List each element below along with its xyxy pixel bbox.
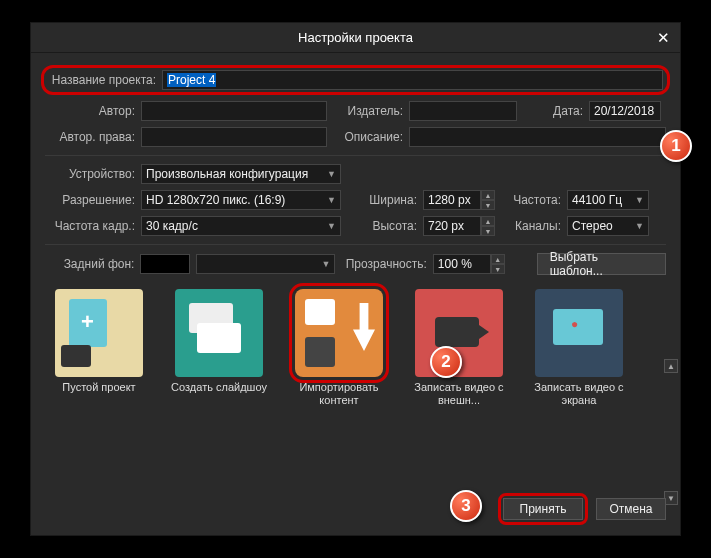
close-icon[interactable]: ✕ (654, 29, 672, 47)
resolution-label: Разрешение: (45, 193, 135, 207)
annotation-badge-1: 1 (660, 130, 692, 162)
titlebar: Настройки проекта ✕ (31, 23, 680, 53)
accept-button-highlight: Принять (498, 493, 588, 525)
channels-label: Каналы: (501, 219, 561, 233)
channels-select[interactable]: Стерео▼ (567, 216, 649, 236)
annotation-badge-2: 2 (430, 346, 462, 378)
project-name-row: Название проекта: Project 4 (41, 65, 670, 95)
empty-project-icon (55, 289, 143, 377)
author-input[interactable] (141, 101, 327, 121)
chevron-down-icon: ▼ (321, 259, 330, 269)
framerate-label: Частота кадр.: (45, 219, 135, 233)
chevron-down-icon: ▼ (327, 169, 336, 179)
width-spinner[interactable]: 1280 px▲▼ (423, 190, 495, 210)
frequency-label: Частота: (501, 193, 561, 207)
spin-down-icon[interactable]: ▼ (481, 200, 495, 210)
chevron-down-icon: ▼ (635, 221, 644, 231)
template-record-screen[interactable]: Записать видео с экрана (525, 289, 633, 407)
template-empty-project[interactable]: Пустой проект (45, 289, 153, 407)
templates-scrollbar: ▲ ▼ (664, 359, 678, 558)
slideshow-icon (175, 289, 263, 377)
chevron-down-icon: ▼ (635, 195, 644, 205)
dialog-title: Настройки проекта (298, 30, 413, 45)
annotation-badge-3: 3 (450, 490, 482, 522)
scroll-down-icon[interactable]: ▼ (664, 491, 678, 505)
chevron-down-icon: ▼ (327, 195, 336, 205)
import-content-icon (295, 289, 383, 377)
frequency-select[interactable]: 44100 Гц▼ (567, 190, 649, 210)
project-name-label: Название проекта: (48, 73, 156, 87)
framerate-select[interactable]: 30 кадр/с▼ (141, 216, 341, 236)
project-name-input[interactable]: Project 4 (162, 70, 663, 90)
scroll-up-icon[interactable]: ▲ (664, 359, 678, 373)
spin-down-icon[interactable]: ▼ (491, 264, 505, 274)
author-label: Автор: (45, 104, 135, 118)
opacity-label: Прозрачность: (341, 257, 426, 271)
background-color-swatch[interactable] (140, 254, 190, 274)
device-label: Устройство: (45, 167, 135, 181)
spin-up-icon[interactable]: ▲ (491, 254, 505, 264)
background-select[interactable]: ▼ (196, 254, 335, 274)
spin-up-icon[interactable]: ▲ (481, 216, 495, 226)
device-select[interactable]: Произвольная конфигурация▼ (141, 164, 341, 184)
resolution-select[interactable]: HD 1280x720 пикс. (16:9)▼ (141, 190, 341, 210)
height-spinner[interactable]: 720 px▲▼ (423, 216, 495, 236)
cancel-button[interactable]: Отмена (596, 498, 666, 520)
project-settings-dialog: Настройки проекта ✕ Название проекта: Pr… (30, 22, 681, 536)
template-list: Пустой проект Создать слайдшоу Импортиро… (45, 289, 666, 407)
publisher-input[interactable] (409, 101, 517, 121)
description-label: Описание: (333, 130, 403, 144)
spin-up-icon[interactable]: ▲ (481, 190, 495, 200)
opacity-spinner[interactable]: 100 %▲▼ (433, 254, 505, 274)
height-label: Высота: (347, 219, 417, 233)
description-input[interactable] (409, 127, 666, 147)
chevron-down-icon: ▼ (327, 221, 336, 231)
template-import-content[interactable]: Импортировать контент (285, 289, 393, 407)
width-label: Ширина: (347, 193, 417, 207)
date-input[interactable] (589, 101, 661, 121)
spin-down-icon[interactable]: ▼ (481, 226, 495, 236)
publisher-label: Издатель: (333, 104, 403, 118)
choose-template-button[interactable]: Выбрать шаблон... (537, 253, 666, 275)
copyright-input[interactable] (141, 127, 327, 147)
record-screen-icon (535, 289, 623, 377)
date-label: Дата: (523, 104, 583, 118)
template-record-external[interactable]: Записать видео с внешн... (405, 289, 513, 407)
template-slideshow[interactable]: Создать слайдшоу (165, 289, 273, 407)
copyright-label: Автор. права: (45, 130, 135, 144)
background-label: Задний фон: (45, 257, 134, 271)
accept-button[interactable]: Принять (503, 498, 583, 520)
